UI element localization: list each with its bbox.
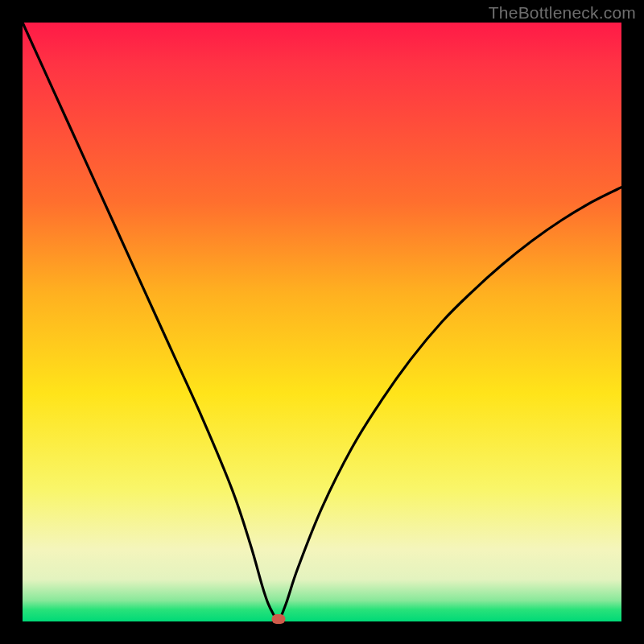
plot-area <box>23 23 621 621</box>
chart-frame: TheBottleneck.com <box>0 0 644 644</box>
minimum-marker <box>271 614 285 624</box>
bottleneck-curve <box>23 23 621 621</box>
watermark-text: TheBottleneck.com <box>489 3 636 23</box>
